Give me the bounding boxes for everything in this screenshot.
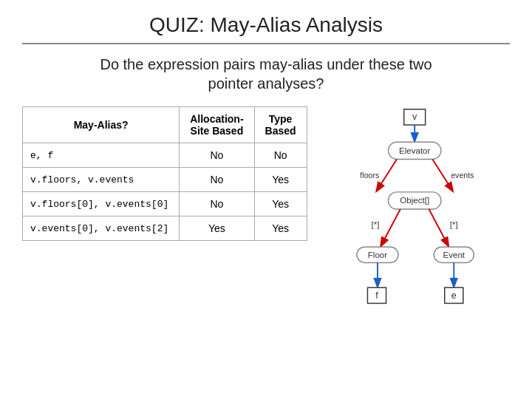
subtitle: Do the expression pairs may-alias under … (100, 55, 432, 93)
expr-cell: v.floors, v.events (23, 168, 180, 192)
content-row: May-Alias? Allocation-Site Based TypeBas… (22, 106, 510, 328)
page: QUIZ: May-Alias Analysis Do the expressi… (0, 0, 532, 399)
svg-text:[*]: [*] (449, 220, 457, 229)
svg-text:f: f (375, 290, 378, 301)
expr-cell: v.events[0], v.events[2] (23, 216, 180, 241)
diagram-svg: v Elevator floors (322, 106, 514, 313)
expr-cell: e, f (23, 143, 180, 168)
expr-cell: v.floors[0], v.events[0] (23, 192, 180, 216)
svg-text:e: e (451, 290, 456, 301)
svg-line-5 (377, 159, 397, 190)
col-header-alias: May-Alias? (23, 107, 180, 143)
table-row: v.events[0], v.events[2] Yes Yes (23, 216, 307, 241)
alloc-cell: No (180, 143, 254, 168)
svg-text:Elevator: Elevator (399, 146, 431, 155)
svg-text:v: v (412, 112, 417, 122)
svg-text:floors: floors (360, 171, 379, 180)
svg-line-7 (432, 159, 452, 190)
type-based-diagram: v Elevator floors (322, 106, 514, 328)
svg-text:Event: Event (443, 250, 465, 259)
table-row: v.floors[0], v.events[0] No Yes (23, 192, 307, 216)
quiz-table: May-Alias? Allocation-Site Based TypeBas… (22, 106, 307, 241)
col-header-type: TypeBased (254, 107, 307, 143)
svg-line-14 (429, 209, 448, 245)
alloc-cell: No (180, 168, 254, 192)
alloc-cell: No (180, 192, 254, 216)
svg-text:events: events (451, 171, 474, 180)
type-cell: Yes (254, 192, 307, 216)
table-row: v.floors, v.events No Yes (23, 168, 307, 192)
table-row: e, f No No (23, 143, 307, 168)
svg-text:[*]: [*] (371, 220, 379, 229)
type-cell: No (254, 143, 307, 168)
alloc-cell: Yes (180, 216, 254, 241)
svg-text:Object[]: Object[] (400, 196, 429, 205)
type-cell: Yes (254, 216, 307, 241)
svg-text:Floor: Floor (367, 250, 387, 259)
page-title: QUIZ: May-Alias Analysis (149, 13, 383, 37)
svg-line-13 (381, 209, 400, 245)
type-cell: Yes (254, 168, 307, 192)
title-divider (22, 43, 510, 44)
col-header-alloc: Allocation-Site Based (180, 107, 254, 143)
